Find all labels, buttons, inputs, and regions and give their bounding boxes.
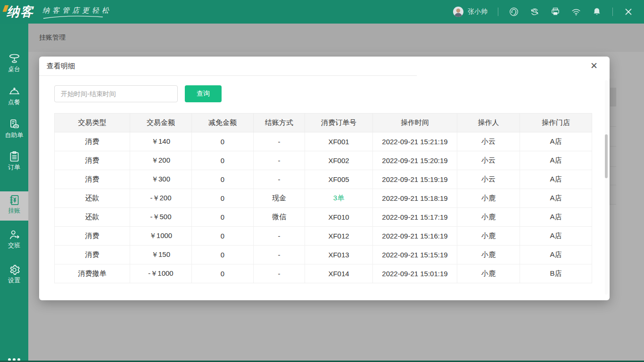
table-cell: 小鹿: [457, 189, 520, 208]
table-cell: 小云: [457, 132, 520, 151]
table-cell: 还款: [55, 208, 130, 227]
column-header: 操作人: [457, 114, 520, 132]
table-cell: 2022-09-21 15:21:19: [373, 132, 457, 151]
table-cell: A店: [520, 208, 592, 227]
sidebar-nav: 桌台 点餐 自助单: [0, 24, 28, 362]
table-cell: 2022-09-21 15:19:19: [373, 170, 457, 189]
table-cell: -￥500: [130, 208, 192, 227]
table-cell: 微信: [254, 208, 305, 227]
modal-scrollbar-track: [605, 80, 608, 295]
table-cell: ￥140: [130, 132, 192, 151]
table-cell: 小鹿: [457, 227, 520, 246]
shift-icon: [8, 229, 21, 241]
sidebar-item-self-order[interactable]: 自助单: [0, 116, 28, 145]
slogan-underline-swoosh: [42, 16, 104, 19]
table-header-row: 交易类型交易金额减免金额结账方式消费订单号操作时间操作人操作门店: [55, 114, 592, 132]
bell-icon[interactable]: [592, 7, 602, 17]
table-cell: 0: [192, 246, 254, 264]
cloche-icon: [8, 85, 21, 98]
top-bar: 纳客 纳客管店更轻松 张小帅: [0, 0, 644, 24]
topbar-divider: [498, 8, 498, 16]
table-cell: ￥200: [130, 151, 192, 170]
table-cell: 2022-09-21 15:20:19: [373, 151, 457, 170]
username: 张小帅: [468, 8, 487, 16]
table-cell: 0: [192, 227, 254, 246]
table-cell: -: [254, 227, 305, 246]
column-header: 消费订单号: [305, 114, 373, 132]
table-cell: -: [254, 151, 305, 170]
logo-text: 纳客: [7, 3, 34, 20]
table-cell: 2022-09-21 15:01:19: [373, 264, 457, 283]
modal-close-icon[interactable]: ✕: [589, 61, 599, 71]
table-cell: 0: [192, 132, 254, 151]
table-cell: 2022-09-21 15:16:19: [373, 227, 457, 246]
column-header: 减免金额: [192, 114, 254, 132]
table-cell: 2022-09-21 15:18:19: [373, 189, 457, 208]
table-row: 消费￥2000-XF0022022-09-21 15:20:19小云A店: [55, 151, 592, 170]
table-row: 消费￥3000-XF0052022-09-21 15:19:19小云A店: [55, 170, 592, 189]
sidebar-item-tables[interactable]: 桌台: [0, 50, 28, 79]
user-account[interactable]: 张小帅: [453, 6, 487, 17]
wifi-icon[interactable]: [571, 7, 581, 17]
table-cell: 小鹿: [457, 246, 520, 264]
query-button[interactable]: 查询: [185, 85, 222, 102]
table-cell: ￥1000: [130, 227, 192, 246]
table-cell: B店: [520, 264, 592, 283]
sync-icon[interactable]: [529, 7, 540, 17]
transactions-table: 交易类型交易金额减免金额结账方式消费订单号操作时间操作人操作门店 消费￥1400…: [54, 113, 592, 283]
table-cell: A店: [520, 132, 592, 151]
table-cell: -: [254, 170, 305, 189]
ledger-icon: [8, 194, 21, 206]
table-cell: 2022-09-21 15:15:19: [373, 246, 457, 264]
table-cell: -: [254, 246, 305, 264]
table-cell: A店: [520, 170, 592, 189]
table-cell: -: [254, 264, 305, 283]
table-cell: 小云: [457, 151, 520, 170]
table-row: 还款-￥5000微信XF0102022-09-21 15:17:19小鹿A店: [55, 208, 592, 227]
table-cell: 小云: [457, 170, 520, 189]
printer-icon[interactable]: [550, 7, 561, 17]
table-cell: 小鹿: [457, 264, 520, 283]
table-cell: ￥150: [130, 246, 192, 264]
sidebar-item-shift[interactable]: 交班: [0, 226, 28, 255]
column-header: 交易金额: [130, 114, 192, 132]
table-cell: ￥300: [130, 170, 192, 189]
table-cell: 0: [192, 189, 254, 208]
date-range-input[interactable]: [54, 85, 178, 102]
self-order-icon: [8, 118, 21, 131]
table-row: 消费撤单-￥10000-XF0142022-09-21 15:01:19小鹿B店: [55, 264, 592, 283]
table-cell: XF010: [305, 208, 373, 227]
sidebar-item-credit[interactable]: 挂账: [0, 191, 28, 221]
table-cell: A店: [520, 246, 592, 264]
modal-scrollbar-thumb[interactable]: [605, 134, 608, 178]
table-cell: A店: [520, 151, 592, 170]
avatar: [453, 6, 464, 17]
sidebar-item-ordering[interactable]: 点餐: [0, 83, 28, 112]
column-header: 交易类型: [55, 114, 130, 132]
topbar-divider: [612, 8, 613, 16]
sidebar-item-settings[interactable]: 设置: [0, 261, 28, 290]
table-row: 还款-￥2000现金3单2022-09-21 15:18:19小鹿A店: [55, 189, 592, 208]
order-icon: [8, 150, 21, 163]
modal-header: 查看明细 ✕: [39, 57, 610, 75]
table-cell: 消费: [55, 151, 130, 170]
table-cell: 0: [192, 151, 254, 170]
column-header: 结账方式: [254, 114, 305, 132]
table-cell: 2022-09-21 15:17:19: [373, 208, 457, 227]
modal-header-divider: [39, 75, 417, 76]
brand-logo: 纳客 纳客管店更轻松: [0, 3, 112, 20]
table-cell: A店: [520, 227, 592, 246]
table-cell: 0: [192, 264, 254, 283]
table-cell: -: [254, 132, 305, 151]
column-header: 操作门店: [520, 114, 592, 132]
table-cell: XF001: [305, 132, 373, 151]
order-count-link[interactable]: 3单: [305, 189, 373, 208]
table-cell: 0: [192, 170, 254, 189]
sidebar-item-orders[interactable]: 订单: [0, 148, 28, 177]
page-title: 挂账管理: [39, 33, 66, 42]
table-cell: 小鹿: [457, 208, 520, 227]
support-icon[interactable]: [509, 7, 519, 17]
table-cell: XF005: [305, 170, 373, 189]
close-icon[interactable]: [623, 7, 634, 17]
table-cell: 消费: [55, 132, 130, 151]
